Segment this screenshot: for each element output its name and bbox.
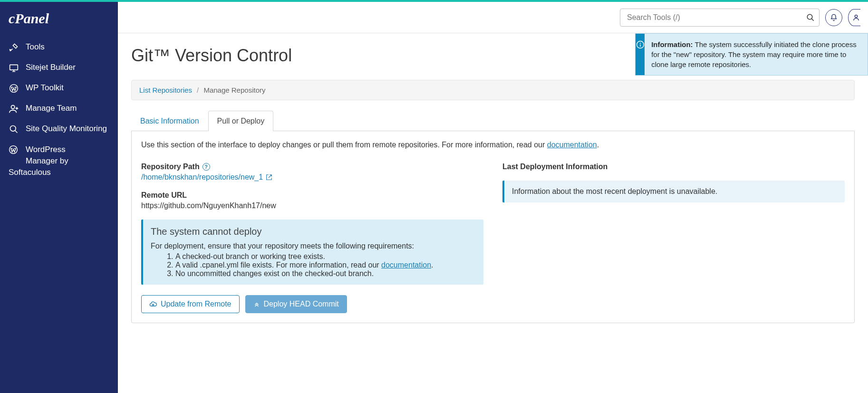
search-icon[interactable] xyxy=(806,13,815,22)
tabs: Basic Information Pull or Deploy xyxy=(131,111,855,131)
repo-path-link[interactable]: /home/bknskhan/repositories/new_1 xyxy=(141,173,272,182)
info-icon xyxy=(636,34,645,75)
right-col: Last Deployment Information Information … xyxy=(502,163,845,313)
panel-intro: Use this section of the interface to dep… xyxy=(141,141,845,149)
intro-text: Use this section of the interface to dep… xyxy=(141,141,547,149)
magnifier-icon xyxy=(9,124,19,134)
svg-rect-0 xyxy=(10,65,18,70)
update-from-remote-button[interactable]: Update from Remote xyxy=(141,295,240,313)
documentation-link[interactable]: documentation xyxy=(547,141,597,149)
external-link-icon xyxy=(266,174,272,181)
left-col: Repository Path ? /home/bknskhan/reposit… xyxy=(141,163,483,313)
deploy-info-callout: Information about the most recent deploy… xyxy=(502,181,845,202)
sidebar-item-label: WP Toolkit xyxy=(26,83,109,93)
monitor-icon xyxy=(9,63,19,73)
svg-point-2 xyxy=(11,105,15,109)
tab-panel: Use this section of the interface to dep… xyxy=(131,131,855,323)
button-row: Update from Remote Deploy HEAD Commit xyxy=(141,295,483,313)
repo-path-value: /home/bknskhan/repositories/new_1 xyxy=(141,173,263,182)
cloud-download-icon xyxy=(149,300,157,308)
tab-pull-or-deploy[interactable]: Pull or Deploy xyxy=(208,111,274,131)
button-label: Deploy HEAD Commit xyxy=(264,300,339,308)
svg-point-3 xyxy=(10,126,16,132)
intro-text: . xyxy=(597,141,599,149)
remote-url-label: Remote URL xyxy=(141,191,483,200)
main: Information: The system successfully ini… xyxy=(118,2,868,393)
deploy-info-text: Information about the most recent deploy… xyxy=(512,187,717,195)
cannot-deploy-title: The system cannot deploy xyxy=(151,226,476,237)
content: Information: The system successfully ini… xyxy=(118,33,868,335)
req-item: No uncommitted changes exist on the chec… xyxy=(175,269,476,278)
deploy-info-heading: Last Deployment Information xyxy=(502,163,845,171)
repo-path-label: Repository Path ? xyxy=(141,163,483,171)
sidebar-item-label: WordPress xyxy=(26,144,66,155)
cannot-deploy-callout: The system cannot deploy For deployment,… xyxy=(141,220,483,285)
sidebar-item-sitequality[interactable]: Site Quality Monitoring xyxy=(0,119,118,139)
breadcrumb-current: Manage Repository xyxy=(203,86,265,94)
help-icon[interactable]: ? xyxy=(203,163,210,171)
sidebar-item-softaculous[interactable]: WordPress Manager by Softaculous xyxy=(0,139,118,182)
wordpress-icon xyxy=(9,83,19,94)
cannot-deploy-intro: For deployment, ensure that your reposit… xyxy=(151,242,476,250)
req-text: A valid .cpanel.yml file exists. For mor… xyxy=(175,261,381,269)
search-wrap xyxy=(620,9,820,27)
sidebar-item-label: Sitejet Builder xyxy=(26,62,109,73)
brand-logo[interactable]: cPanel xyxy=(0,10,118,37)
svg-point-6 xyxy=(855,15,857,17)
button-label: Update from Remote xyxy=(161,300,231,308)
breadcrumb: List Repositories / Manage Repository xyxy=(131,80,855,100)
tab-basic-information[interactable]: Basic Information xyxy=(131,111,208,131)
svg-point-5 xyxy=(807,14,812,19)
chevron-up-double-icon xyxy=(253,301,260,307)
sidebar-item-label: Tools xyxy=(26,42,109,52)
deploy-head-commit-button[interactable]: Deploy HEAD Commit xyxy=(245,295,347,313)
req-item: A checked-out branch or working tree exi… xyxy=(175,252,476,261)
user-button[interactable] xyxy=(848,9,860,26)
sidebar-item-sitejet[interactable]: Sitejet Builder xyxy=(0,58,118,78)
toast-prefix: Information: xyxy=(651,40,693,48)
label-text: Repository Path xyxy=(141,163,200,171)
notifications-button[interactable] xyxy=(825,9,842,26)
sidebar-item-wptoolkit[interactable]: WP Toolkit xyxy=(0,78,118,98)
sidebar-item-label: Manager by xyxy=(9,155,109,167)
sidebar-item-label: Softaculous xyxy=(9,167,109,178)
sidebar-item-team[interactable]: Manage Team xyxy=(0,98,118,119)
sidebar-item-label: Site Quality Monitoring xyxy=(26,124,109,134)
svg-rect-9 xyxy=(640,44,641,47)
user-icon xyxy=(852,14,860,21)
remote-url-value: https://github.com/NguyenKhanh17/new xyxy=(141,201,483,210)
req-item: A valid .cpanel.yml file exists. For mor… xyxy=(175,261,476,269)
sidebar: cPanel Tools Sitejet Builder WP Toolkit xyxy=(0,2,118,393)
svg-point-8 xyxy=(640,43,641,44)
header xyxy=(118,2,868,33)
sidebar-item-tools[interactable]: Tools xyxy=(0,37,118,58)
search-input[interactable] xyxy=(620,9,820,27)
team-icon xyxy=(9,104,19,114)
breadcrumb-root[interactable]: List Repositories xyxy=(139,86,192,94)
sidebar-item-label: Manage Team xyxy=(26,103,109,114)
documentation-link[interactable]: documentation xyxy=(381,261,431,269)
info-toast: Information: The system successfully ini… xyxy=(635,33,868,76)
bell-icon xyxy=(830,14,838,21)
req-text: . xyxy=(431,261,433,269)
wordpress-icon xyxy=(9,145,19,154)
brand-text: cPanel xyxy=(9,10,49,26)
tools-icon xyxy=(9,42,19,53)
breadcrumb-sep: / xyxy=(197,86,199,94)
